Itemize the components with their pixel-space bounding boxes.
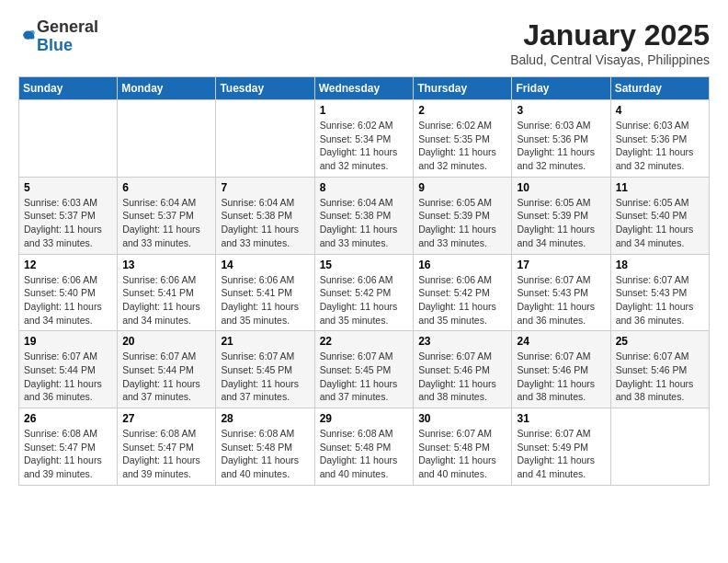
weekday-header: Thursday xyxy=(414,77,512,100)
weekday-header: Tuesday xyxy=(216,77,314,100)
day-number: 9 xyxy=(418,181,506,194)
calendar-day-cell: 28Sunrise: 6:08 AMSunset: 5:48 PMDayligh… xyxy=(216,408,314,486)
calendar-day-cell: 19Sunrise: 6:07 AMSunset: 5:44 PMDayligh… xyxy=(19,331,118,408)
day-number: 26 xyxy=(24,412,112,425)
day-info: Sunrise: 6:04 AMSunset: 5:38 PMDaylight:… xyxy=(221,196,309,250)
calendar-day-cell: 26Sunrise: 6:08 AMSunset: 5:47 PMDayligh… xyxy=(19,408,118,486)
logo: General Blue xyxy=(18,18,98,55)
day-info: Sunrise: 6:08 AMSunset: 5:48 PMDaylight:… xyxy=(221,427,309,481)
day-info: Sunrise: 6:07 AMSunset: 5:44 PMDaylight:… xyxy=(24,350,112,404)
day-info: Sunrise: 6:07 AMSunset: 5:45 PMDaylight:… xyxy=(221,350,309,404)
calendar-day-cell: 25Sunrise: 6:07 AMSunset: 5:46 PMDayligh… xyxy=(610,331,709,408)
day-info: Sunrise: 6:07 AMSunset: 5:43 PMDaylight:… xyxy=(517,273,605,327)
calendar-week-row: 19Sunrise: 6:07 AMSunset: 5:44 PMDayligh… xyxy=(19,331,710,408)
weekday-header: Monday xyxy=(118,77,216,100)
calendar-day-cell: 12Sunrise: 6:06 AMSunset: 5:40 PMDayligh… xyxy=(19,254,118,331)
calendar-day-cell: 9Sunrise: 6:05 AMSunset: 5:39 PMDaylight… xyxy=(414,177,512,254)
calendar-day-cell: 16Sunrise: 6:06 AMSunset: 5:42 PMDayligh… xyxy=(414,254,512,331)
calendar-day-cell: 15Sunrise: 6:06 AMSunset: 5:42 PMDayligh… xyxy=(314,254,414,331)
day-number: 12 xyxy=(24,259,112,271)
calendar-day-cell xyxy=(118,100,216,178)
calendar-day-cell: 1Sunrise: 6:02 AMSunset: 5:34 PMDaylight… xyxy=(314,100,414,178)
day-number: 29 xyxy=(320,412,409,425)
day-number: 21 xyxy=(221,335,309,348)
calendar-day-cell: 5Sunrise: 6:03 AMSunset: 5:37 PMDaylight… xyxy=(19,177,118,254)
day-number: 25 xyxy=(616,335,704,348)
calendar-day-cell: 21Sunrise: 6:07 AMSunset: 5:45 PMDayligh… xyxy=(216,331,314,408)
calendar-day-cell: 2Sunrise: 6:02 AMSunset: 5:35 PMDaylight… xyxy=(414,100,512,178)
day-number: 2 xyxy=(418,104,506,117)
weekday-header: Saturday xyxy=(610,77,709,100)
calendar-day-cell xyxy=(610,408,709,486)
day-info: Sunrise: 6:04 AMSunset: 5:37 PMDaylight:… xyxy=(122,196,210,250)
logo-general: General xyxy=(37,18,98,37)
day-info: Sunrise: 6:07 AMSunset: 5:44 PMDaylight:… xyxy=(122,350,210,404)
day-number: 4 xyxy=(616,104,704,117)
calendar-day-cell: 30Sunrise: 6:07 AMSunset: 5:48 PMDayligh… xyxy=(414,408,512,486)
logo-icon xyxy=(20,27,37,43)
weekday-header: Wednesday xyxy=(314,77,414,100)
calendar-day-cell: 11Sunrise: 6:05 AMSunset: 5:40 PMDayligh… xyxy=(610,177,709,254)
day-number: 8 xyxy=(320,181,409,194)
calendar-day-cell: 7Sunrise: 6:04 AMSunset: 5:38 PMDaylight… xyxy=(216,177,314,254)
calendar-day-cell: 24Sunrise: 6:07 AMSunset: 5:46 PMDayligh… xyxy=(512,331,610,408)
calendar-day-cell xyxy=(216,100,314,178)
day-number: 16 xyxy=(418,259,506,271)
day-info: Sunrise: 6:07 AMSunset: 5:48 PMDaylight:… xyxy=(418,427,506,481)
day-number: 31 xyxy=(517,412,605,425)
day-info: Sunrise: 6:07 AMSunset: 5:46 PMDaylight:… xyxy=(418,350,506,404)
calendar-day-cell: 17Sunrise: 6:07 AMSunset: 5:43 PMDayligh… xyxy=(512,254,610,331)
day-info: Sunrise: 6:08 AMSunset: 5:47 PMDaylight:… xyxy=(122,427,210,481)
day-info: Sunrise: 6:02 AMSunset: 5:34 PMDaylight:… xyxy=(320,119,409,173)
weekday-header: Friday xyxy=(512,77,610,100)
day-info: Sunrise: 6:07 AMSunset: 5:46 PMDaylight:… xyxy=(517,350,605,404)
calendar-day-cell: 8Sunrise: 6:04 AMSunset: 5:38 PMDaylight… xyxy=(314,177,414,254)
day-info: Sunrise: 6:03 AMSunset: 5:36 PMDaylight:… xyxy=(616,119,704,173)
day-info: Sunrise: 6:06 AMSunset: 5:42 PMDaylight:… xyxy=(418,273,506,327)
calendar-day-cell: 27Sunrise: 6:08 AMSunset: 5:47 PMDayligh… xyxy=(118,408,216,486)
calendar-week-row: 12Sunrise: 6:06 AMSunset: 5:40 PMDayligh… xyxy=(19,254,710,331)
day-number: 27 xyxy=(122,412,210,425)
day-number: 30 xyxy=(418,412,506,425)
calendar-day-cell: 13Sunrise: 6:06 AMSunset: 5:41 PMDayligh… xyxy=(118,254,216,331)
day-number: 10 xyxy=(517,181,605,194)
calendar-week-row: 1Sunrise: 6:02 AMSunset: 5:34 PMDaylight… xyxy=(19,100,710,178)
location-title: Balud, Central Visayas, Philippines xyxy=(510,52,710,67)
calendar-day-cell: 31Sunrise: 6:07 AMSunset: 5:49 PMDayligh… xyxy=(512,408,610,486)
day-info: Sunrise: 6:03 AMSunset: 5:36 PMDaylight:… xyxy=(517,119,605,173)
calendar-day-cell: 22Sunrise: 6:07 AMSunset: 5:45 PMDayligh… xyxy=(314,331,414,408)
day-info: Sunrise: 6:06 AMSunset: 5:41 PMDaylight:… xyxy=(221,273,309,327)
day-number: 22 xyxy=(320,335,409,348)
calendar-day-cell: 18Sunrise: 6:07 AMSunset: 5:43 PMDayligh… xyxy=(610,254,709,331)
day-info: Sunrise: 6:07 AMSunset: 5:43 PMDaylight:… xyxy=(616,273,704,327)
page-header: General Blue January 2025 Balud, Central… xyxy=(18,18,710,67)
day-number: 18 xyxy=(616,259,704,271)
day-number: 14 xyxy=(221,259,309,271)
day-info: Sunrise: 6:07 AMSunset: 5:46 PMDaylight:… xyxy=(616,350,704,404)
day-info: Sunrise: 6:04 AMSunset: 5:38 PMDaylight:… xyxy=(320,196,409,250)
day-info: Sunrise: 6:06 AMSunset: 5:42 PMDaylight:… xyxy=(320,273,409,327)
logo-text: General Blue xyxy=(37,18,98,55)
day-info: Sunrise: 6:07 AMSunset: 5:49 PMDaylight:… xyxy=(517,427,605,481)
day-number: 11 xyxy=(616,181,704,194)
calendar-day-cell xyxy=(19,100,118,178)
calendar-week-row: 26Sunrise: 6:08 AMSunset: 5:47 PMDayligh… xyxy=(19,408,710,486)
day-info: Sunrise: 6:05 AMSunset: 5:39 PMDaylight:… xyxy=(517,196,605,250)
weekday-header-row: SundayMondayTuesdayWednesdayThursdayFrid… xyxy=(19,77,710,100)
day-info: Sunrise: 6:06 AMSunset: 5:40 PMDaylight:… xyxy=(24,273,112,327)
day-number: 28 xyxy=(221,412,309,425)
calendar-table: SundayMondayTuesdayWednesdayThursdayFrid… xyxy=(18,76,710,486)
day-number: 1 xyxy=(320,104,409,117)
day-number: 13 xyxy=(122,259,210,271)
day-number: 3 xyxy=(517,104,605,117)
calendar-day-cell: 6Sunrise: 6:04 AMSunset: 5:37 PMDaylight… xyxy=(118,177,216,254)
day-number: 20 xyxy=(122,335,210,348)
day-number: 23 xyxy=(418,335,506,348)
day-info: Sunrise: 6:02 AMSunset: 5:35 PMDaylight:… xyxy=(418,119,506,173)
day-number: 7 xyxy=(221,181,309,194)
calendar-day-cell: 23Sunrise: 6:07 AMSunset: 5:46 PMDayligh… xyxy=(414,331,512,408)
logo-blue: Blue xyxy=(37,37,98,55)
day-info: Sunrise: 6:05 AMSunset: 5:39 PMDaylight:… xyxy=(418,196,506,250)
calendar-day-cell: 29Sunrise: 6:08 AMSunset: 5:48 PMDayligh… xyxy=(314,408,414,486)
day-info: Sunrise: 6:07 AMSunset: 5:45 PMDaylight:… xyxy=(320,350,409,404)
